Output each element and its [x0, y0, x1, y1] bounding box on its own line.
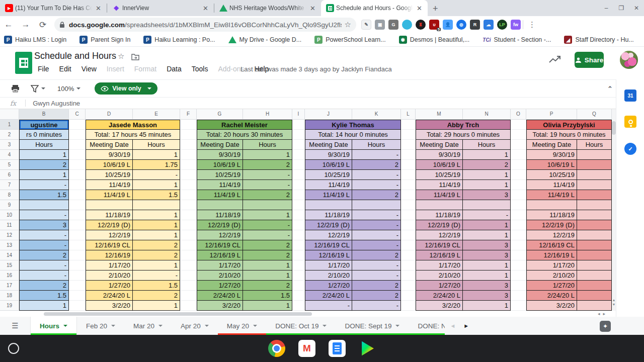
cell[interactable]: 3 — [19, 220, 69, 230]
cell[interactable] — [292, 120, 305, 130]
cell[interactable]: 11/4/19 L — [526, 190, 577, 200]
cell[interactable] — [577, 260, 612, 270]
cell[interactable]: 1.5 — [19, 190, 69, 200]
close-icon[interactable]: ✕ — [629, 5, 644, 12]
cell[interactable]: 11/4/19 — [526, 180, 577, 190]
cell[interactable]: 12/2/19 — [197, 230, 243, 240]
cell[interactable]: 2 — [243, 190, 292, 200]
cell[interactable] — [292, 180, 305, 190]
cell[interactable] — [180, 170, 197, 180]
cell[interactable]: 1 — [463, 270, 511, 281]
cell[interactable]: 12/2/19 — [526, 230, 577, 240]
browser-tab[interactable]: ▶(11) Your Turn To Die Has Come✕ — [0, 0, 107, 16]
cell[interactable]: 2 — [352, 250, 401, 260]
cell[interactable]: 1 — [243, 210, 292, 220]
cell[interactable]: 11/4/19 L — [197, 190, 243, 200]
browser-menu-icon[interactable]: ⋮ — [528, 20, 536, 29]
cell[interactable]: 2/24/20 L — [416, 291, 463, 301]
print-icon[interactable] — [11, 84, 20, 93]
cell[interactable]: 3 — [463, 281, 511, 291]
cell[interactable]: - — [352, 220, 401, 230]
cell[interactable] — [69, 210, 86, 220]
cell[interactable] — [401, 160, 416, 170]
cell[interactable]: - — [19, 180, 69, 190]
cell[interactable] — [69, 120, 86, 130]
menu-file[interactable]: File — [33, 64, 54, 74]
star-document-icon[interactable]: ☆ — [118, 52, 124, 61]
cell[interactable] — [577, 250, 612, 260]
cell[interactable]: 3 — [463, 291, 511, 301]
cell[interactable] — [401, 270, 416, 281]
sheet-tab-hours[interactable]: Hours — [30, 317, 77, 335]
cell[interactable] — [511, 250, 526, 260]
cell[interactable] — [69, 200, 86, 210]
row-header-14[interactable]: 14 — [0, 250, 19, 260]
cell[interactable]: - — [19, 270, 69, 281]
extension-icon-6[interactable]: υ5 — [429, 20, 439, 30]
share-button[interactable]: Share — [575, 52, 604, 68]
cell[interactable]: 12/16/19 L — [197, 250, 243, 260]
cell[interactable] — [292, 140, 305, 150]
cell[interactable] — [577, 180, 612, 190]
cell[interactable] — [511, 120, 526, 130]
cell[interactable] — [463, 200, 511, 210]
cell[interactable]: 1 — [133, 260, 180, 270]
cell[interactable]: 11/4/19 L — [416, 190, 463, 200]
cell[interactable] — [511, 240, 526, 250]
cell[interactable]: 2/10/20 — [526, 270, 577, 281]
cell[interactable] — [292, 250, 305, 260]
cell[interactable] — [511, 210, 526, 220]
cell[interactable] — [69, 160, 86, 170]
move-folder-icon[interactable] — [131, 53, 139, 60]
cell[interactable] — [511, 160, 526, 170]
docs-icon[interactable] — [329, 340, 346, 357]
cell[interactable]: 2 — [243, 160, 292, 170]
cell[interactable] — [180, 210, 197, 220]
cell[interactable] — [401, 230, 416, 240]
cell[interactable]: - — [19, 240, 69, 250]
cell[interactable] — [511, 180, 526, 190]
cell[interactable]: 11/18/19 — [86, 210, 133, 220]
cell[interactable] — [180, 130, 197, 140]
cell[interactable]: Olivia Przybylski — [526, 120, 612, 130]
row-header-3[interactable]: 3 — [0, 140, 19, 150]
cell[interactable]: 12/2/19 — [305, 230, 352, 240]
cell[interactable] — [401, 260, 416, 270]
cell[interactable] — [292, 230, 305, 240]
reload-icon[interactable]: ⟳ — [34, 20, 51, 30]
bookmark-item[interactable]: PParent Sign In — [79, 36, 130, 44]
cell[interactable] — [511, 281, 526, 291]
cell[interactable]: 10/6/19 L — [526, 160, 577, 170]
cell[interactable]: 12/16/19 CL — [86, 240, 133, 250]
cell[interactable] — [292, 210, 305, 220]
cell[interactable] — [86, 200, 133, 210]
cell[interactable] — [292, 220, 305, 230]
cell[interactable] — [526, 200, 577, 210]
row-header-12[interactable]: 12 — [0, 230, 19, 240]
cell[interactable]: 1 — [243, 270, 292, 281]
cell[interactable]: 1/27/20 — [86, 281, 133, 291]
column-header-C[interactable]: C — [69, 109, 86, 120]
cell[interactable] — [180, 291, 197, 301]
cell[interactable]: - — [19, 230, 69, 240]
cell[interactable]: 2/24/20 L — [86, 291, 133, 301]
document-title[interactable]: Schedule and Hours — [34, 51, 116, 61]
cell[interactable]: 1/17/20 — [416, 260, 463, 270]
cell[interactable] — [511, 200, 526, 210]
cell[interactable]: 11/4/19 L — [86, 190, 133, 200]
avatar[interactable] — [620, 51, 638, 69]
cell[interactable]: 1/27/20 — [305, 281, 352, 291]
cell[interactable]: 2/24/20 L — [197, 291, 243, 301]
restore-icon[interactable]: ❐ — [614, 5, 629, 12]
cell[interactable]: 2/10/20 — [197, 270, 243, 281]
cell[interactable] — [401, 200, 416, 210]
cell[interactable]: - — [243, 170, 292, 180]
cell[interactable] — [511, 130, 526, 140]
extension-icon-2[interactable]: ▣ — [375, 20, 385, 30]
row-header-16[interactable]: 16 — [0, 270, 19, 281]
cell[interactable]: 1.5 — [133, 281, 180, 291]
cell[interactable] — [180, 120, 197, 130]
cell[interactable] — [180, 301, 197, 311]
cell[interactable] — [305, 200, 352, 210]
cell[interactable]: 10/25/19 — [197, 170, 243, 180]
